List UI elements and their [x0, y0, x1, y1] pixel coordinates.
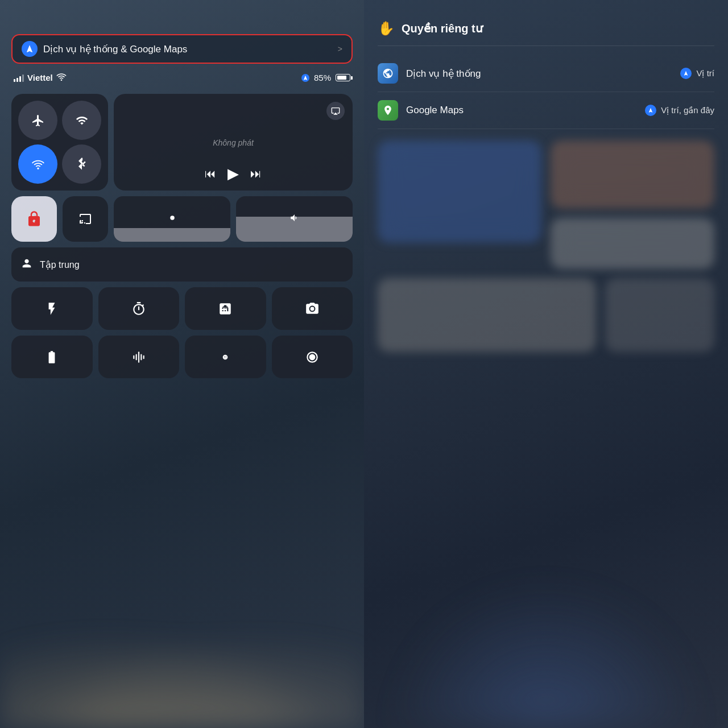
svg-rect-5 [135, 354, 136, 360]
app-right-maps: Vị trí, gần đây [645, 105, 714, 116]
blurred-block-3 [551, 218, 714, 269]
rewind-button[interactable]: ⏮ [205, 167, 216, 180]
location-arrow-sys-icon [680, 68, 692, 79]
wifi-toggle-button[interactable] [18, 144, 57, 184]
screen-lock-button[interactable] [11, 196, 57, 242]
bluetooth-toggle-button[interactable] [62, 144, 101, 184]
app-row-google-maps[interactable]: Google Maps Vị trí, gần đây [378, 92, 714, 129]
carrier-label: Viettel [27, 73, 53, 82]
blurred-block-wide [378, 278, 596, 352]
google-maps-icon [378, 100, 398, 121]
bottom-icons-row2 [11, 336, 353, 378]
utility-row [11, 196, 353, 242]
svg-point-11 [309, 354, 315, 360]
svg-rect-4 [133, 355, 134, 359]
control-center-grid: Không phát ⏮ ▶ ⏭ [11, 94, 353, 378]
privacy-title: Quyền riêng tư [402, 22, 483, 35]
battery-icon [336, 74, 350, 81]
svg-point-3 [310, 307, 314, 311]
system-services-icon [378, 63, 398, 84]
app-right-sys: Vị trí [680, 68, 714, 79]
privacy-hand-icon: ✋ [378, 20, 395, 36]
app-left-maps: Google Maps [378, 100, 464, 121]
camera-button[interactable] [272, 287, 353, 330]
brightness-icon [167, 213, 177, 225]
right-panel: ✋ Quyền riêng tư Dịch vụ hệ thống Vị trí [364, 0, 728, 728]
status-bar: Viettel 85% [11, 69, 353, 86]
screen-mirror-button[interactable] [63, 196, 108, 242]
airplane-mode-button[interactable] [18, 101, 57, 140]
app-row-system-services[interactable]: Dịch vụ hệ thống Vị trí [378, 55, 714, 92]
bottom-blurred-area [378, 278, 714, 352]
blurred-content-area [378, 140, 714, 269]
battery-widget-button[interactable] [11, 336, 93, 378]
media-player-block: Không phát ⏮ ▶ ⏭ [114, 94, 353, 191]
airplay-button[interactable] [326, 102, 345, 120]
media-controls: ⏮ ▶ ⏭ [205, 165, 262, 183]
location-label-sys: Vị trí [696, 68, 714, 78]
music-recognition-button[interactable] [185, 336, 266, 378]
svg-rect-6 [138, 351, 139, 363]
svg-point-1 [37, 167, 39, 169]
screen-record-button[interactable] [272, 336, 353, 378]
svg-point-0 [60, 79, 62, 81]
cellular-data-button[interactable] [62, 101, 101, 140]
location-banner-text: Dịch vụ hệ thống & Google Maps [43, 43, 332, 55]
system-services-name: Dịch vụ hệ thống [406, 68, 481, 80]
calculator-button[interactable] [185, 287, 266, 330]
status-right: 85% [301, 73, 350, 82]
brightness-slider[interactable] [114, 196, 230, 242]
status-left: Viettel [14, 73, 67, 82]
svg-rect-7 [140, 354, 142, 360]
fast-forward-button[interactable]: ⏭ [250, 167, 262, 180]
volume-icon [289, 213, 300, 225]
sound-recognition-button[interactable] [98, 336, 180, 378]
volume-slider[interactable] [236, 196, 353, 242]
connectivity-block [11, 94, 108, 191]
flashlight-button[interactable] [11, 287, 93, 330]
location-arrow-icon [22, 41, 38, 57]
left-panel: Dịch vụ hệ thống & Google Maps > Viettel [0, 0, 364, 728]
signal-bars-icon [14, 74, 24, 82]
airplay-row [122, 102, 345, 120]
chevron-right-icon: > [338, 44, 342, 53]
battery-percent-label: 85% [314, 73, 331, 82]
sliders-area [114, 196, 353, 242]
connectivity-media-row: Không phát ⏮ ▶ ⏭ [11, 94, 353, 191]
now-playing-label: Không phát [213, 138, 254, 147]
app-left-sys: Dịch vụ hệ thống [378, 63, 481, 84]
location-banner[interactable]: Dịch vụ hệ thống & Google Maps > [11, 34, 353, 64]
location-arrow-maps-icon [645, 105, 656, 116]
blurred-block-1 [378, 140, 541, 243]
privacy-header: ✋ Quyền riêng tư [378, 11, 714, 46]
location-active-icon [301, 74, 309, 82]
blurred-block-2 [551, 140, 714, 209]
location-label-maps: Vị trí, gần đây [661, 105, 714, 115]
google-maps-name: Google Maps [406, 105, 464, 116]
focus-button[interactable]: Tập trung [11, 247, 353, 282]
svg-rect-8 [143, 355, 144, 359]
wifi-icon [56, 73, 67, 82]
focus-person-icon [20, 257, 33, 272]
svg-point-2 [170, 216, 175, 220]
focus-label: Tập trung [40, 259, 80, 270]
timer-button[interactable] [98, 287, 180, 330]
play-button[interactable]: ▶ [228, 165, 239, 183]
bottom-icons-row1 [11, 287, 353, 330]
blurred-block-narrow [605, 278, 714, 352]
blurred-col-right [551, 140, 714, 269]
